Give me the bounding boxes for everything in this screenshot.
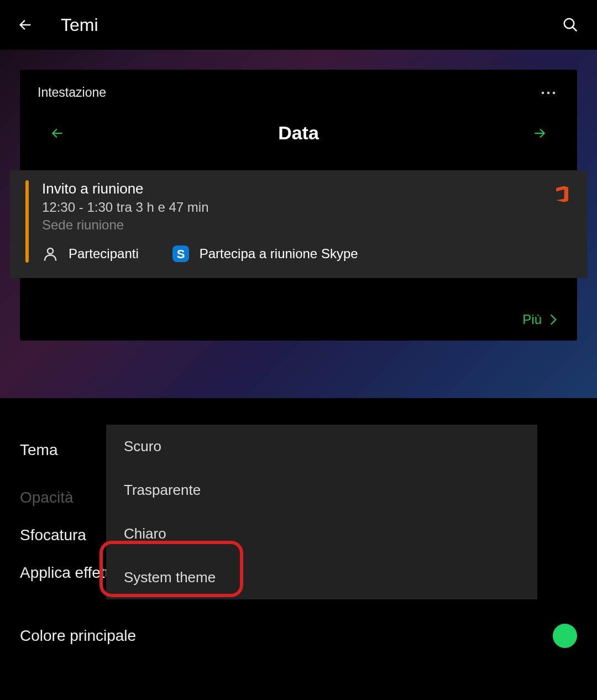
person-icon xyxy=(42,245,59,262)
search-icon xyxy=(562,17,579,33)
meeting-title: Invito a riunione xyxy=(42,180,572,197)
preview-area: Intestazione Data xyxy=(0,50,597,398)
meeting-card[interactable]: Invito a riunione 12:30 - 1:30 tra 3 h e… xyxy=(10,170,587,278)
setting-primary-color[interactable]: Colore principale xyxy=(0,614,597,658)
participants-button[interactable]: Partecipanti xyxy=(42,245,139,262)
preview-card: Intestazione Data xyxy=(20,70,577,341)
top-bar: Temi xyxy=(0,0,597,50)
participants-label: Partecipanti xyxy=(69,246,139,262)
page-title: Temi xyxy=(61,15,561,35)
setting-blur-label: Sfocatura xyxy=(20,526,86,544)
color-swatch[interactable] xyxy=(553,624,577,648)
setting-primary-color-label: Colore principale xyxy=(20,627,136,645)
arrow-right-icon xyxy=(530,126,549,140)
more-menu-button[interactable] xyxy=(537,91,559,95)
more-link[interactable]: Più xyxy=(522,312,557,327)
meeting-time: 12:30 - 1:30 tra 3 h e 47 min xyxy=(42,200,572,215)
meeting-actions: Partecipanti S Partecipa a riunione Skyp… xyxy=(42,245,572,263)
dropdown-item-dark[interactable]: Scuro xyxy=(106,425,537,468)
setting-theme-label: Tema xyxy=(20,441,57,459)
setting-effects-label: Applica effetti xyxy=(20,564,113,582)
svg-point-8 xyxy=(48,248,53,254)
prev-date-button[interactable] xyxy=(48,123,67,143)
preview-header: Intestazione xyxy=(20,70,577,111)
arrow-left-icon xyxy=(18,17,33,33)
svg-point-4 xyxy=(547,91,550,94)
skype-label: Partecipa a riunione Skype xyxy=(200,246,358,262)
meeting-content: Invito a riunione 12:30 - 1:30 tra 3 h e… xyxy=(42,180,572,263)
chevron-right-icon xyxy=(549,314,557,326)
dropdown-item-transparent[interactable]: Trasparente xyxy=(106,468,537,512)
preview-header-label: Intestazione xyxy=(38,85,106,100)
dots-horizontal-icon xyxy=(541,91,556,95)
more-link-label: Più xyxy=(522,312,542,327)
search-button[interactable] xyxy=(561,15,580,35)
date-nav: Data xyxy=(20,111,577,155)
svg-point-5 xyxy=(553,91,556,94)
meeting-accent-bar xyxy=(25,180,29,263)
svg-text:S: S xyxy=(176,247,185,261)
svg-point-3 xyxy=(542,91,544,94)
meeting-location: Sede riunione xyxy=(42,217,572,233)
skype-join-button[interactable]: S Partecipa a riunione Skype xyxy=(172,245,358,263)
office-icon xyxy=(554,185,570,206)
svg-point-1 xyxy=(564,19,574,29)
back-button[interactable] xyxy=(17,16,34,34)
setting-opacity-label: Opacità xyxy=(20,489,74,506)
svg-line-2 xyxy=(573,27,577,32)
dropdown-item-light[interactable]: Chiaro xyxy=(106,512,537,556)
settings-area: Tema Opacità Sfocatura Applica effetti C… xyxy=(0,398,597,658)
date-label: Data xyxy=(278,122,319,144)
dropdown-item-system[interactable]: System theme xyxy=(106,556,537,599)
next-date-button[interactable] xyxy=(530,123,549,143)
skype-icon: S xyxy=(172,245,190,263)
arrow-left-icon xyxy=(48,126,67,140)
theme-dropdown: Scuro Trasparente Chiaro System theme xyxy=(106,425,537,599)
